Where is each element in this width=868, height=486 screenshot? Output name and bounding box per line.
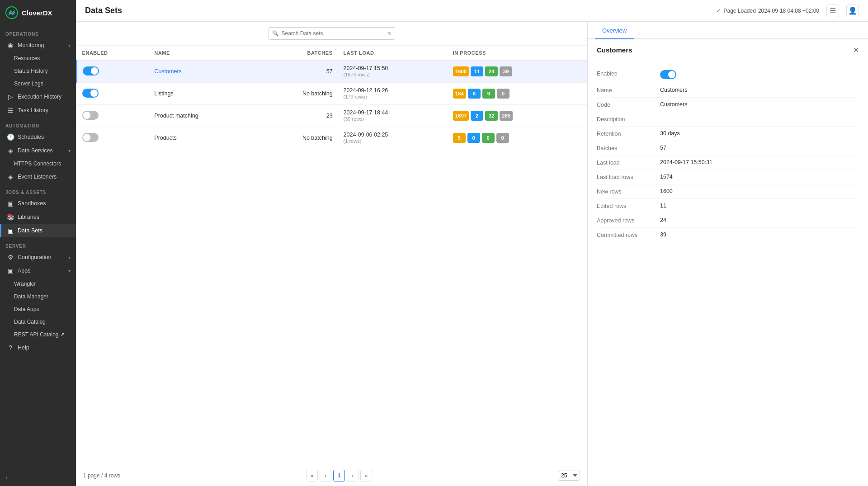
enabled-toggle[interactable] [82,111,99,120]
sidebar-item-sandboxes[interactable]: ▣ Sandboxes [0,197,76,210]
current-page-button[interactable]: 1 [333,470,345,481]
detail-field-row: Last load rows1674 [597,170,859,184]
sidebar-item-libraries[interactable]: 📚 Libraries [0,210,76,224]
page-loaded-status: ✓ Page Loaded 2024-09-18 04:08 +02:00 [716,7,819,14]
col-enabled: ENABLED [77,46,149,61]
monitoring-icon: ◉ [7,42,14,49]
schedules-icon: 🕐 [7,133,14,141]
tab-overview[interactable]: Overview [595,22,634,39]
process-badge: 0 [482,133,495,143]
search-bar: 🔍 ✕ [76,22,587,46]
row-name-link[interactable]: Products [154,135,176,141]
last-page-button[interactable]: » [360,470,372,481]
table-row[interactable]: ProductsNo batching2024-09-06 02:25(1 ro… [77,127,588,149]
search-clear-button[interactable]: ✕ [387,30,392,37]
detail-field-value: 1674 [660,174,673,180]
section-label-server: SERVER [0,237,76,250]
sidebar-item-status-history[interactable]: Status History [0,65,76,77]
detail-panel: Overview Customers ✕ EnabledNameCustomer… [588,22,868,486]
process-badge: 9 [482,89,495,99]
sidebar-item-rest-api-catalog[interactable]: REST API Catalog ↗ [0,328,76,341]
detail-close-button[interactable]: ✕ [853,46,859,54]
sidebar-item-server-logs[interactable]: Server Logs [0,77,76,90]
sidebar-item-apps[interactable]: ▣ Apps ▾ [0,264,76,278]
data-table: ENABLED NAME BATCHES LAST LOAD IN PROCES… [76,46,587,465]
prev-page-button[interactable]: ‹ [320,470,331,481]
table-row[interactable]: Product matching232024-09-17 18:44(39 ro… [77,105,588,127]
detail-field-row: Description [597,112,859,127]
detail-field-row: Batches57 [597,141,859,156]
detail-field-row: Retention30 days [597,127,859,141]
detail-field-label: Description [597,116,660,123]
row-name-link[interactable]: Product matching [154,113,198,119]
sidebar-collapse-button[interactable]: ‹ [0,469,76,486]
user-button[interactable]: 👤 [846,5,859,17]
notification-icon: ☰ [830,6,836,15]
sidebar-item-label: Data Catalog [14,319,46,325]
table-header-row: ENABLED NAME BATCHES LAST LOAD IN PROCES… [77,46,588,61]
sidebar-item-https-connectors[interactable]: HTTPS Connectors [0,157,76,170]
row-in-process: 164690 [448,83,587,105]
row-batches: No batching [257,83,338,105]
detail-field-value: 11 [660,203,666,209]
sidebar-item-label: REST API Catalog ↗ [14,331,65,338]
detail-field-label: Edited rows [597,203,660,209]
sidebar-item-data-sets[interactable]: ▣ Data Sets [0,224,76,237]
col-last-load: LAST LOAD [338,46,448,61]
sidebar-item-help[interactable]: ? Help [0,341,76,354]
sidebar-item-resources[interactable]: Resources [0,52,76,65]
app-logo[interactable]: CloverDX [0,0,76,25]
sidebar-item-task-history[interactable]: ☰ Task History [0,104,76,117]
search-input[interactable] [269,27,395,40]
detail-field-label: Approved rows [597,217,660,224]
sidebar-item-event-listeners[interactable]: ◈ Event Listeners [0,170,76,184]
sidebar-item-data-catalog[interactable]: Data Catalog [0,316,76,328]
status-label: Page Loaded [723,8,755,14]
sidebar-item-label: Apps [18,268,31,274]
process-badge: 11 [471,66,483,76]
process-badge: 164 [453,89,466,99]
row-batches: 23 [257,105,338,127]
configuration-icon: ⚙ [7,254,14,261]
process-badge: 0 [496,133,509,143]
search-icon: 🔍 [272,30,279,37]
detail-field-row: NameCustomers [597,83,859,98]
detail-field-row: Edited rows11 [597,199,859,213]
table-row[interactable]: ListingsNo batching2024-09-12 16:26(179 … [77,83,588,105]
row-in-process: 1600112439 [448,61,587,83]
sidebar-item-execution-history[interactable]: ▷ Execution History [0,90,76,104]
row-batches: 57 [257,61,338,83]
sidebar-item-label: Data Services [18,147,53,154]
main-area: Data Sets ✓ Page Loaded 2024-09-18 04:08… [76,0,868,486]
sidebar: CloverDX OPERATIONS ◉ Monitoring ▾ Resou… [0,0,76,486]
detail-field-label: Enabled [597,70,660,77]
detail-field-value: 1600 [660,188,673,194]
sidebar-item-label: HTTPS Connectors [14,160,61,167]
table-row[interactable]: Customers572024-09-17 15:50(1674 rows)16… [77,61,588,83]
row-name-link[interactable]: Listings [154,90,173,97]
first-page-button[interactable]: « [306,470,318,481]
sidebar-item-monitoring[interactable]: ◉ Monitoring ▾ [0,38,76,52]
detail-enabled-toggle[interactable] [660,70,676,79]
data-sets-icon: ▣ [7,227,14,234]
sidebar-item-data-services[interactable]: ◈ Data Services ▾ [0,144,76,157]
row-name-link[interactable]: Customers [154,68,181,75]
sidebar-item-label: Data Sets [18,227,42,234]
row-last-load: 2024-09-06 02:25(1 rows) [338,127,448,149]
sidebar-item-data-apps[interactable]: Data Apps [0,303,76,316]
row-in-process: 5000 [448,127,587,149]
detail-body: EnabledNameCustomersCodeCustomersDescrip… [588,59,868,249]
sidebar-item-data-manager[interactable]: Data Manager [0,290,76,303]
sidebar-item-wrangler[interactable]: Wrangler [0,278,76,290]
next-page-button[interactable]: › [347,470,359,481]
process-badge: 24 [485,66,498,76]
sidebar-item-configuration[interactable]: ⚙ Configuration ▾ [0,250,76,264]
enabled-toggle[interactable] [83,66,99,75]
notification-button[interactable]: ☰ [826,5,839,17]
per-page-select[interactable]: 10 25 50 100 [558,471,580,481]
sidebar-item-schedules[interactable]: 🕐 Schedules [0,130,76,144]
enabled-toggle[interactable] [82,89,99,98]
enabled-toggle[interactable] [82,133,99,142]
detail-field-label: Last load rows [597,174,660,180]
sidebar-item-label: Libraries [18,214,39,220]
